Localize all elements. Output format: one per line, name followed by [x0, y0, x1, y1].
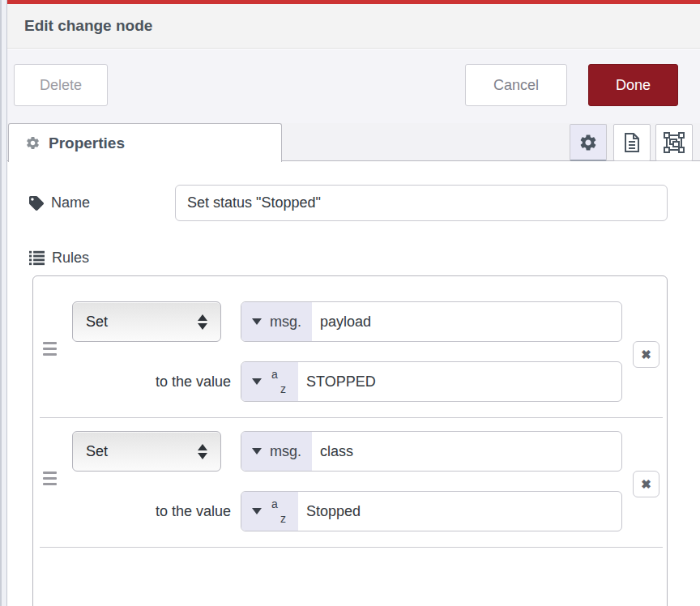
description-section-button[interactable]: [613, 124, 651, 161]
rule-value-input[interactable]: [298, 492, 621, 531]
name-field-label: Name: [29, 185, 90, 221]
delete-button[interactable]: Delete: [14, 64, 108, 106]
gear-icon: [25, 135, 41, 151]
to-the-value-label: to the value: [82, 491, 231, 531]
rule-value-input[interactable]: [298, 362, 621, 401]
dialog-toolbar: Delete Cancel Done: [7, 49, 700, 123]
remove-rule-button[interactable]: ✖: [633, 341, 659, 368]
rule-row: Set msg. ✖ to the value: [33, 431, 667, 531]
drag-handle-icon[interactable]: [43, 342, 57, 359]
rule-action-value: Set: [86, 314, 198, 331]
drag-handle-icon[interactable]: [43, 472, 57, 489]
string-type-icon: az: [270, 497, 288, 525]
document-icon: [623, 132, 641, 153]
rule-action-select[interactable]: Set: [72, 431, 221, 472]
object-group-icon: [664, 132, 685, 153]
chevron-down-icon: [252, 508, 262, 514]
edit-change-node-dialog: Edit change node Delete Cancel Done Prop…: [0, 0, 700, 606]
rule-action-select[interactable]: Set: [72, 301, 221, 342]
chevron-down-icon: [252, 448, 262, 454]
chevron-down-icon: [252, 318, 262, 325]
properties-form: Name Rules Set: [7, 162, 700, 606]
editor-tab-bar: Properties: [7, 123, 700, 161]
msg-prefix-label: msg.: [270, 314, 301, 331]
rule-property-typed-input: msg.: [241, 431, 622, 472]
rule-property-input[interactable]: [312, 302, 621, 341]
rule-value-typed-input: az: [241, 361, 622, 402]
name-input[interactable]: [175, 185, 668, 221]
to-the-value-label: to the value: [82, 361, 231, 402]
chevron-down-icon: [252, 378, 262, 385]
property-type-button[interactable]: msg.: [241, 302, 312, 341]
remove-rule-button[interactable]: ✖: [633, 471, 659, 497]
rule-divider: [40, 417, 663, 418]
name-label-text: Name: [51, 194, 90, 211]
rule-divider: [40, 547, 663, 548]
dialog-header: Edit change node: [7, 4, 700, 49]
close-icon: ✖: [641, 477, 651, 492]
rule-value-typed-input: az: [241, 491, 622, 531]
rules-label-text: Rules: [52, 250, 89, 267]
property-type-button[interactable]: msg.: [241, 432, 312, 471]
tab-properties[interactable]: Properties: [8, 123, 282, 162]
tag-icon: [29, 196, 44, 211]
select-arrows-icon: [198, 444, 207, 459]
rule-row: Set msg. ✖ to the value: [33, 301, 667, 402]
rule-property-input[interactable]: [312, 432, 621, 471]
tab-properties-label: Properties: [49, 134, 125, 152]
rule-property-typed-input: msg.: [241, 301, 622, 342]
string-type-icon: az: [270, 368, 288, 395]
dialog-title: Edit change node: [24, 17, 152, 35]
msg-prefix-label: msg.: [270, 443, 301, 460]
rules-section-label: Rules: [29, 243, 89, 272]
select-arrows-icon: [198, 314, 207, 330]
close-icon: ✖: [641, 348, 651, 362]
editor-left-edge: [0, 0, 7, 606]
rule-action-value: Set: [86, 443, 198, 460]
appearance-section-button[interactable]: [655, 124, 693, 161]
list-icon: [29, 250, 45, 266]
rules-list: Set msg. ✖ to the value: [32, 275, 668, 606]
gear-icon: [578, 133, 598, 152]
cancel-button[interactable]: Cancel: [465, 64, 567, 106]
properties-section-button[interactable]: [570, 124, 607, 161]
done-button[interactable]: Done: [588, 64, 678, 106]
value-type-button[interactable]: az: [241, 492, 298, 531]
value-type-button[interactable]: az: [241, 362, 298, 401]
